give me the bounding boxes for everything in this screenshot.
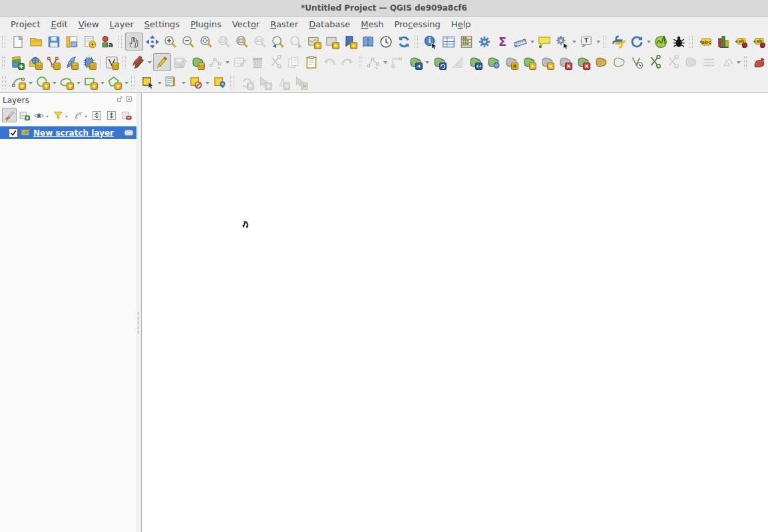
add-ellipse-button[interactable]: ★ bbox=[57, 74, 75, 92]
text-annotation-button[interactable]: T bbox=[577, 33, 595, 51]
move-feature-button[interactable] bbox=[407, 53, 425, 71]
add-part-button[interactable]: ★ bbox=[520, 53, 538, 71]
add-ellipse-dropdown[interactable] bbox=[75, 74, 81, 91]
manage-map-themes-button[interactable] bbox=[31, 108, 46, 122]
delete-ring-button[interactable] bbox=[502, 53, 520, 71]
attributes-toolbar-handle[interactable] bbox=[415, 36, 418, 48]
remove-layer-group-button[interactable] bbox=[118, 108, 133, 122]
run-feature-action-dropdown[interactable] bbox=[571, 33, 577, 50]
menu-edit[interactable]: Edit bbox=[46, 18, 73, 31]
filter-legend-button[interactable] bbox=[51, 108, 65, 122]
layer-labeling-options-button[interactable]: abc bbox=[696, 33, 714, 51]
offset-curve-button[interactable] bbox=[610, 53, 628, 71]
advanced-digitizing-toolbar-handle[interactable] bbox=[359, 57, 361, 68]
measure-line-button[interactable] bbox=[511, 33, 529, 51]
remove-selected-part-button[interactable] bbox=[574, 53, 592, 71]
window-titlebar[interactable]: *Untitled Project — QGIS de909a8cf6 bbox=[0, 0, 768, 17]
add-ring-button[interactable] bbox=[467, 53, 484, 71]
show-bookmark-manager-button[interactable]: ★ bbox=[341, 33, 359, 51]
add-vector-layer-button[interactable] bbox=[26, 53, 44, 71]
manage-layers-toolbar-handle[interactable] bbox=[2, 57, 5, 68]
current-edits-dropdown[interactable] bbox=[147, 54, 153, 70]
open-field-calculator-button[interactable] bbox=[457, 33, 475, 51]
pan-map-to-selection-button[interactable] bbox=[143, 33, 161, 51]
select-features-dropdown[interactable] bbox=[156, 74, 162, 91]
show-layout-manager-button[interactable] bbox=[81, 33, 98, 51]
delete-part-button[interactable]: ★ bbox=[538, 53, 556, 71]
add-circular-string-button[interactable]: ★ bbox=[9, 74, 27, 92]
float-panel-button[interactable] bbox=[116, 95, 124, 104]
open-layer-styling-panel-button[interactable] bbox=[2, 108, 17, 122]
identify-features-button[interactable]: i bbox=[421, 33, 439, 51]
add-rectangle-button[interactable]: ★ bbox=[81, 74, 99, 92]
save-project-button[interactable] bbox=[45, 33, 63, 51]
map-navigation-toolbar-handle[interactable] bbox=[118, 36, 122, 48]
new-spatial-bookmark-button[interactable]: ★ bbox=[305, 33, 323, 51]
zoom-full-button[interactable] bbox=[197, 33, 215, 51]
zoom-to-layer-button[interactable] bbox=[233, 33, 251, 51]
menu-project[interactable]: Project bbox=[5, 18, 46, 31]
digitizing-toolbar-handle[interactable] bbox=[122, 57, 125, 68]
current-edits-button[interactable] bbox=[129, 53, 147, 71]
geometry-check-toolbar-handle[interactable] bbox=[744, 57, 747, 68]
memory-layer-indicator-icon[interactable] bbox=[124, 128, 134, 138]
add-circle-button[interactable]: ★ bbox=[33, 74, 51, 92]
new-print-layout-button[interactable] bbox=[63, 33, 81, 51]
add-rectangle-dropdown[interactable] bbox=[99, 74, 105, 91]
open-project-button[interactable] bbox=[27, 33, 45, 51]
menu-mesh[interactable]: Mesh bbox=[355, 18, 389, 31]
plugins-toolbar-handle[interactable] bbox=[603, 36, 606, 48]
first-aid-debug-plugin-button[interactable] bbox=[670, 33, 687, 51]
show-statistical-summary-button[interactable]: Σ bbox=[493, 33, 511, 51]
toggle-editing-button[interactable] bbox=[153, 53, 171, 71]
add-regular-polygon-dropdown[interactable] bbox=[123, 74, 129, 91]
manage-map-themes-dropdown[interactable] bbox=[46, 108, 51, 122]
text-annotation-dropdown[interactable] bbox=[595, 33, 601, 50]
show-bookmarks-panel-button[interactable] bbox=[359, 33, 377, 51]
project-toolbar-handle[interactable] bbox=[2, 36, 5, 48]
panel-splitter[interactable] bbox=[136, 93, 142, 532]
add-spatialite-layer-button[interactable] bbox=[62, 53, 80, 71]
menu-layer[interactable]: Layer bbox=[104, 18, 139, 31]
select-features-button[interactable] bbox=[138, 74, 156, 92]
fill-ring-button[interactable] bbox=[484, 53, 502, 71]
reload-plugins-button[interactable] bbox=[628, 33, 646, 51]
select-features-by-value-button[interactable] bbox=[162, 74, 180, 92]
shape-digitizing-toolbar-handle[interactable] bbox=[2, 76, 6, 88]
python-console-button[interactable] bbox=[610, 33, 628, 51]
filter-legend-by-expression-button[interactable]: ε bbox=[70, 108, 85, 122]
deselect-features-dropdown[interactable] bbox=[204, 74, 210, 91]
select-features-by-value-dropdown[interactable] bbox=[180, 74, 186, 91]
zoom-last-button[interactable] bbox=[269, 33, 287, 51]
check-geometries-button[interactable] bbox=[750, 53, 768, 71]
run-feature-action-button[interactable] bbox=[553, 33, 571, 51]
add-circle-dropdown[interactable] bbox=[51, 74, 57, 91]
open-attribute-table-button[interactable] bbox=[439, 33, 457, 51]
split-features-button[interactable] bbox=[646, 53, 664, 71]
layer-visibility-checkbox[interactable] bbox=[9, 128, 18, 138]
add-virtual-layer-button[interactable] bbox=[80, 53, 98, 71]
expand-all-button[interactable] bbox=[89, 108, 104, 122]
add-group-button[interactable] bbox=[17, 108, 31, 122]
menu-view[interactable]: View bbox=[73, 18, 104, 31]
add-regular-polygon-button[interactable]: ★ bbox=[105, 74, 123, 92]
reshape-features-button[interactable] bbox=[592, 53, 610, 71]
trim-extend-button[interactable] bbox=[628, 53, 646, 71]
zoom-in-button[interactable] bbox=[161, 33, 179, 51]
selection-toolbar-handle[interactable] bbox=[131, 76, 135, 88]
add-polygon-feature-button[interactable] bbox=[189, 53, 207, 71]
label-toolbar-handle[interactable] bbox=[689, 36, 693, 48]
highlight-pinned-labels-button[interactable]: ab bbox=[750, 33, 768, 51]
processing-toolbox-button[interactable] bbox=[475, 33, 493, 51]
menu-vector[interactable]: Vector bbox=[227, 18, 265, 31]
collapse-all-button[interactable] bbox=[104, 108, 118, 122]
menu-help[interactable]: Help bbox=[446, 18, 477, 31]
move-feature-dropdown[interactable] bbox=[425, 54, 431, 70]
reload-plugins-dropdown[interactable] bbox=[646, 33, 652, 50]
zoom-out-button[interactable] bbox=[179, 33, 197, 51]
filter-legend-by-expression-dropdown[interactable] bbox=[85, 108, 89, 122]
add-circular-string-dropdown[interactable] bbox=[27, 74, 33, 91]
show-spatial-bookmarks-button[interactable]: ★ bbox=[323, 33, 341, 51]
menu-raster[interactable]: Raster bbox=[265, 18, 303, 31]
new-project-button[interactable] bbox=[9, 33, 27, 51]
